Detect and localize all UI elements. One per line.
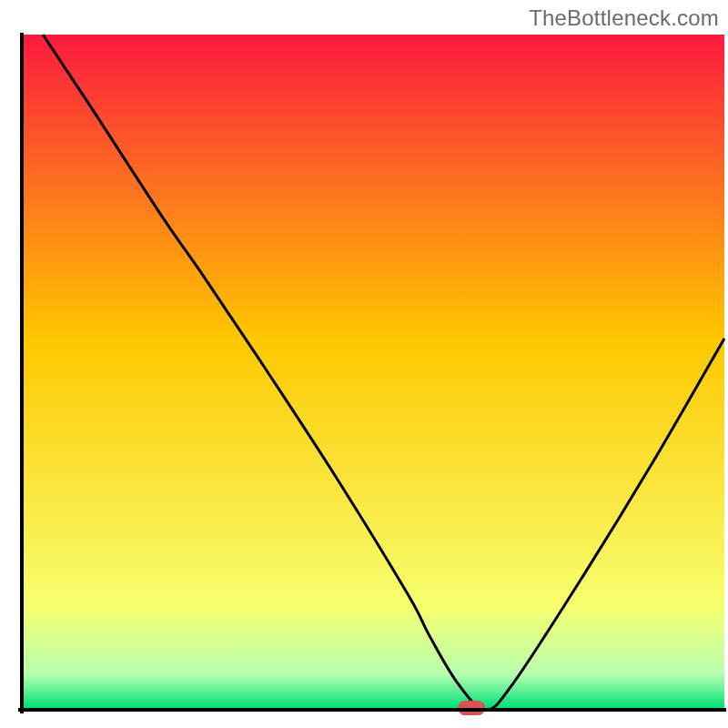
plot-background [24, 35, 724, 708]
bottleneck-chart [0, 0, 728, 728]
chart-container: TheBottleneck.com [0, 0, 728, 728]
